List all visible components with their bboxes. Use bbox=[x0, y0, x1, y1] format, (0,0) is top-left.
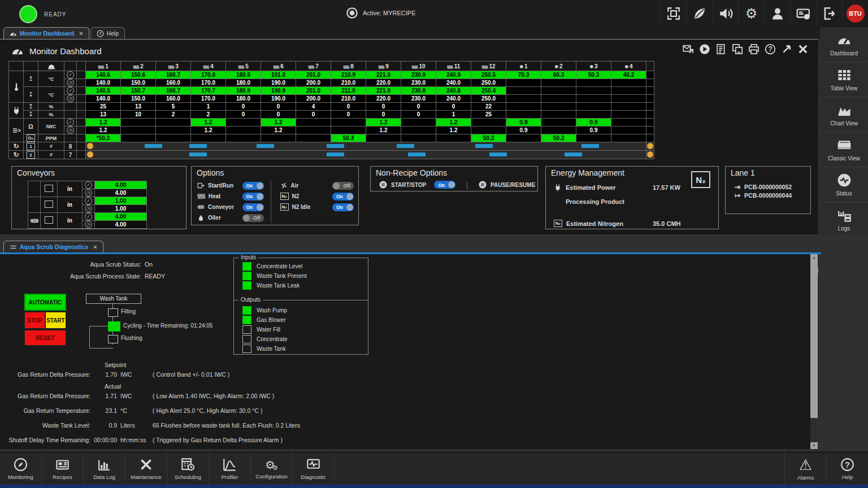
toolbar-configuration[interactable]: ⚙⚙Configuration bbox=[251, 452, 293, 485]
zone-cell: 240.0 bbox=[436, 79, 471, 87]
print-button[interactable] bbox=[747, 42, 761, 56]
toolbar-maintenance[interactable]: Maintenance bbox=[125, 452, 167, 485]
zone-cell bbox=[611, 127, 646, 134]
start-button[interactable]: START bbox=[45, 312, 66, 329]
zone-cell: 250.0 bbox=[471, 79, 506, 87]
board-in-icon: ⇥ bbox=[735, 183, 740, 191]
board-bar bbox=[327, 152, 344, 156]
zone-cell: 0 bbox=[296, 111, 331, 119]
zone-cell bbox=[646, 134, 654, 142]
stop-button[interactable]: STOP bbox=[24, 312, 45, 329]
option-pause-resume: PAUSE/RESUMEOff bbox=[478, 180, 538, 189]
zone-cell bbox=[506, 79, 541, 87]
zone-cell bbox=[226, 134, 261, 142]
save-copy-button[interactable] bbox=[730, 42, 745, 56]
zone-cell: 160.0 bbox=[156, 79, 191, 87]
zone-cell: 150.7 bbox=[121, 87, 156, 95]
indicator bbox=[242, 325, 251, 334]
option-label: START/STOP bbox=[391, 182, 426, 188]
toolbar-alarms[interactable]: ⚠Alarms bbox=[784, 452, 826, 485]
run-button[interactable] bbox=[697, 42, 712, 56]
gear-button[interactable]: ⚙ bbox=[738, 0, 764, 27]
scrollbar-thumb[interactable] bbox=[810, 261, 818, 418]
scroll-down-button[interactable]: ▾ bbox=[810, 442, 818, 449]
zone-cell bbox=[366, 134, 401, 142]
air-icon bbox=[280, 182, 288, 189]
automatic-button[interactable]: AUTOMATIC bbox=[24, 294, 66, 311]
toolbar-data-log[interactable]: Data Log bbox=[84, 452, 125, 485]
toolbar-monitoring[interactable]: Monitoring bbox=[0, 452, 42, 485]
question-button[interactable]: ? bbox=[763, 42, 778, 56]
lane-panel: Lane 1 ⇥ PCB-0000000052 ↦ PCB-0000000044 bbox=[725, 166, 811, 214]
top-status-bar: READY Active: MYRECIPE ⚙BTU bbox=[0, 0, 868, 27]
board-out-icon: ↦ bbox=[735, 191, 740, 199]
toggle-start-run[interactable]: On bbox=[242, 182, 264, 190]
toolbar-scheduling[interactable]: Scheduling bbox=[167, 452, 209, 485]
zone-cell bbox=[506, 103, 541, 111]
scroll-up-button[interactable]: ▴ bbox=[810, 254, 818, 261]
toolbar-help[interactable]: ?Help bbox=[826, 452, 868, 485]
close-button[interactable] bbox=[796, 42, 810, 56]
leaf-button[interactable] bbox=[686, 0, 712, 27]
license-button[interactable] bbox=[790, 0, 816, 27]
card-icon bbox=[55, 457, 70, 472]
zone-cell: 1 bbox=[436, 111, 471, 119]
bottom-accent-strip bbox=[0, 485, 868, 488]
zone-cell: 0 bbox=[226, 111, 261, 119]
conveyor-icon bbox=[45, 185, 53, 192]
zone-header-heat-6: §§§ 6 bbox=[261, 62, 296, 71]
reset-button[interactable]: RESET bbox=[24, 330, 66, 346]
toggle-heat[interactable]: On bbox=[242, 193, 264, 201]
volume-button[interactable] bbox=[712, 0, 738, 27]
toggle-start-stop[interactable]: On bbox=[434, 181, 455, 189]
io-label: Wash Pump bbox=[257, 307, 287, 313]
sidebar-item-status[interactable]: Status bbox=[820, 167, 868, 202]
tab-aqua-scrub-diagnostics[interactable]: Aqua Scrub Diagnostics× bbox=[3, 241, 103, 252]
power-icon bbox=[12, 106, 21, 115]
close-icon[interactable]: × bbox=[79, 30, 83, 37]
toolbar-recipes[interactable]: Recipes bbox=[42, 452, 84, 485]
recipe-list-button[interactable] bbox=[714, 42, 728, 56]
zone-cell bbox=[541, 127, 576, 134]
gears-icon: ⚙⚙ bbox=[265, 459, 278, 471]
toggle-oiler[interactable]: Off bbox=[242, 214, 264, 222]
option-n2-idle: N₂N2 IdleOn bbox=[280, 202, 354, 212]
tab-monitor-dashboard[interactable]: Monitor Dashboard× bbox=[3, 27, 89, 39]
toggle-n2[interactable]: On bbox=[332, 193, 354, 201]
oiler-icon bbox=[197, 214, 205, 221]
zone-header-heat-2: §§§ 2 bbox=[121, 62, 156, 71]
vertical-scrollbar[interactable]: ▴ ▾ bbox=[810, 254, 818, 449]
aqua-status-label: Aqua Scrub Status: bbox=[0, 261, 141, 268]
monitor-dashboard-pane: Monitor Dashboard ? §§§ 1§§§ 2§§§ 3§§§ 4… bbox=[0, 39, 818, 235]
toggle-conveyor[interactable]: On bbox=[242, 203, 264, 211]
view-sidebar: DashboardTable ViewChart ViewClassic Vie… bbox=[820, 27, 868, 234]
board-marker bbox=[647, 143, 653, 149]
zone-cell: 150.0 bbox=[121, 95, 156, 103]
close-icon[interactable]: × bbox=[93, 243, 97, 250]
panel-title: Non-Recipe Options bbox=[376, 168, 537, 177]
user-button[interactable] bbox=[764, 0, 790, 27]
sidebar-item-chart-view[interactable]: Chart View bbox=[820, 97, 868, 132]
logout-button[interactable] bbox=[816, 0, 842, 27]
processing-product-row: Processing Product bbox=[566, 198, 624, 205]
expand-button[interactable] bbox=[779, 42, 794, 56]
conveyor-setpoint: 4.00 bbox=[95, 221, 147, 229]
toolbar-label: Alarms bbox=[797, 474, 814, 481]
chip-button[interactable] bbox=[660, 0, 686, 27]
toggle-air[interactable]: Off bbox=[332, 182, 354, 190]
indicator bbox=[242, 335, 251, 343]
zone-header-cool-1: ❄ 1 bbox=[506, 62, 541, 71]
divider: | bbox=[466, 180, 468, 189]
toggle-n2-idle[interactable]: On bbox=[332, 203, 354, 211]
sidebar-item-classic-view[interactable]: Classic View bbox=[820, 132, 868, 167]
toolbar-diagnostic[interactable]: Diagnostic bbox=[293, 452, 335, 485]
warning-icon: ⚠ bbox=[799, 457, 812, 472]
tab-help[interactable]: ?Help bbox=[90, 27, 125, 39]
sidebar-item-logs[interactable]: Logs bbox=[820, 202, 868, 237]
aqua-state-value: READY bbox=[145, 273, 165, 280]
toolbar-profiler[interactable]: Profiler bbox=[209, 452, 251, 485]
export-report-button[interactable] bbox=[681, 42, 696, 56]
zone-header-heat-11: §§§ 11 bbox=[436, 62, 471, 71]
sidebar-item-dashboard[interactable]: Dashboard bbox=[820, 27, 868, 62]
sidebar-item-table-view[interactable]: Table View bbox=[820, 62, 868, 97]
